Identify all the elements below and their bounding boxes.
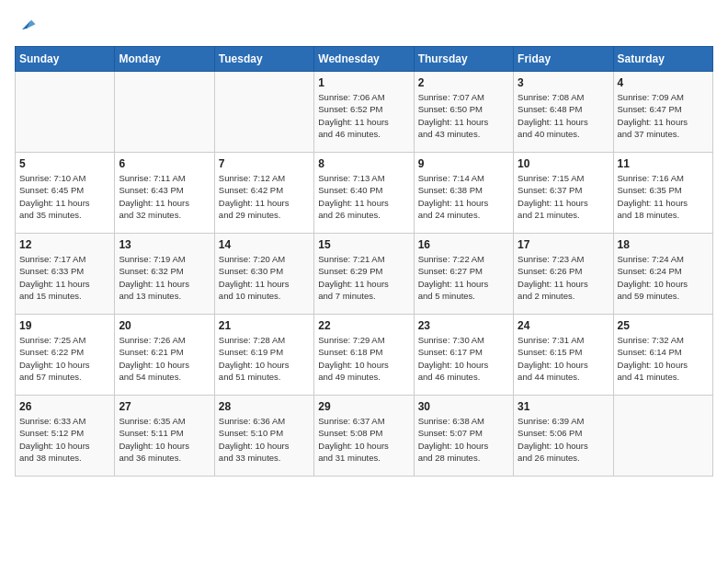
day-number: 6 <box>119 157 210 170</box>
calendar-cell: 11Sunrise: 7:16 AM Sunset: 6:35 PM Dayli… <box>613 153 712 234</box>
weekday-friday: Friday <box>514 47 613 72</box>
calendar-week-2: 5Sunrise: 7:10 AM Sunset: 6:45 PM Daylig… <box>16 153 713 234</box>
day-number: 27 <box>119 400 210 413</box>
day-info: Sunrise: 7:12 AM Sunset: 6:42 PM Dayligh… <box>219 172 310 221</box>
day-number: 9 <box>418 157 509 170</box>
day-number: 24 <box>518 319 609 332</box>
day-number: 3 <box>518 76 609 89</box>
day-info: Sunrise: 7:17 AM Sunset: 6:33 PM Dayligh… <box>19 253 110 302</box>
calendar-cell <box>613 396 712 477</box>
calendar-cell: 26Sunrise: 6:33 AM Sunset: 5:12 PM Dayli… <box>16 396 115 477</box>
calendar-cell: 3Sunrise: 7:08 AM Sunset: 6:48 PM Daylig… <box>514 72 613 153</box>
calendar-cell: 5Sunrise: 7:10 AM Sunset: 6:45 PM Daylig… <box>16 153 115 234</box>
day-number: 7 <box>219 157 310 170</box>
day-number: 21 <box>219 319 310 332</box>
day-info: Sunrise: 7:09 AM Sunset: 6:47 PM Dayligh… <box>618 91 709 140</box>
calendar-week-5: 26Sunrise: 6:33 AM Sunset: 5:12 PM Dayli… <box>16 396 713 477</box>
day-info: Sunrise: 7:26 AM Sunset: 6:21 PM Dayligh… <box>119 334 210 383</box>
day-number: 14 <box>219 238 310 251</box>
weekday-wednesday: Wednesday <box>314 47 414 72</box>
day-info: Sunrise: 7:19 AM Sunset: 6:32 PM Dayligh… <box>119 253 210 302</box>
day-number: 30 <box>418 400 509 413</box>
calendar-cell: 10Sunrise: 7:15 AM Sunset: 6:37 PM Dayli… <box>514 153 613 234</box>
weekday-thursday: Thursday <box>414 47 513 72</box>
day-number: 11 <box>618 157 709 170</box>
calendar-cell: 9Sunrise: 7:14 AM Sunset: 6:38 PM Daylig… <box>414 153 513 234</box>
day-info: Sunrise: 6:38 AM Sunset: 5:07 PM Dayligh… <box>418 415 509 464</box>
weekday-sunday: Sunday <box>16 47 115 72</box>
calendar-cell <box>214 72 313 153</box>
day-number: 13 <box>119 238 210 251</box>
day-info: Sunrise: 7:16 AM Sunset: 6:35 PM Dayligh… <box>618 172 709 221</box>
calendar-cell: 29Sunrise: 6:37 AM Sunset: 5:08 PM Dayli… <box>314 396 414 477</box>
day-info: Sunrise: 6:35 AM Sunset: 5:11 PM Dayligh… <box>119 415 210 464</box>
day-info: Sunrise: 7:08 AM Sunset: 6:48 PM Dayligh… <box>518 91 609 140</box>
day-info: Sunrise: 7:10 AM Sunset: 6:45 PM Dayligh… <box>19 172 110 221</box>
calendar-cell: 28Sunrise: 6:36 AM Sunset: 5:10 PM Dayli… <box>214 396 313 477</box>
day-info: Sunrise: 7:15 AM Sunset: 6:37 PM Dayligh… <box>518 172 609 221</box>
calendar-cell: 22Sunrise: 7:29 AM Sunset: 6:18 PM Dayli… <box>314 315 414 396</box>
calendar-cell: 4Sunrise: 7:09 AM Sunset: 6:47 PM Daylig… <box>613 72 712 153</box>
day-info: Sunrise: 7:31 AM Sunset: 6:15 PM Dayligh… <box>518 334 609 383</box>
weekday-tuesday: Tuesday <box>214 47 313 72</box>
day-number: 16 <box>418 238 509 251</box>
day-number: 18 <box>618 238 709 251</box>
logo <box>15 15 37 35</box>
calendar-cell: 6Sunrise: 7:11 AM Sunset: 6:43 PM Daylig… <box>115 153 214 234</box>
day-number: 8 <box>318 157 409 170</box>
day-info: Sunrise: 7:23 AM Sunset: 6:26 PM Dayligh… <box>518 253 609 302</box>
day-info: Sunrise: 7:20 AM Sunset: 6:30 PM Dayligh… <box>219 253 310 302</box>
day-number: 20 <box>119 319 210 332</box>
day-info: Sunrise: 7:06 AM Sunset: 6:52 PM Dayligh… <box>318 91 409 140</box>
day-info: Sunrise: 7:14 AM Sunset: 6:38 PM Dayligh… <box>418 172 509 221</box>
calendar-cell: 23Sunrise: 7:30 AM Sunset: 6:17 PM Dayli… <box>414 315 513 396</box>
weekday-header-row: SundayMondayTuesdayWednesdayThursdayFrid… <box>16 47 713 72</box>
day-number: 28 <box>219 400 310 413</box>
page-header <box>15 15 713 35</box>
day-number: 17 <box>518 238 609 251</box>
calendar-cell: 30Sunrise: 6:38 AM Sunset: 5:07 PM Dayli… <box>414 396 513 477</box>
weekday-monday: Monday <box>115 47 214 72</box>
day-info: Sunrise: 6:39 AM Sunset: 5:06 PM Dayligh… <box>518 415 609 464</box>
calendar-cell: 16Sunrise: 7:22 AM Sunset: 6:27 PM Dayli… <box>414 234 513 315</box>
day-info: Sunrise: 7:11 AM Sunset: 6:43 PM Dayligh… <box>119 172 210 221</box>
day-number: 2 <box>418 76 509 89</box>
day-info: Sunrise: 7:07 AM Sunset: 6:50 PM Dayligh… <box>418 91 509 140</box>
calendar-cell: 21Sunrise: 7:28 AM Sunset: 6:19 PM Dayli… <box>214 315 313 396</box>
day-number: 12 <box>19 238 110 251</box>
calendar-cell: 2Sunrise: 7:07 AM Sunset: 6:50 PM Daylig… <box>414 72 513 153</box>
calendar-cell: 7Sunrise: 7:12 AM Sunset: 6:42 PM Daylig… <box>214 153 313 234</box>
calendar-cell: 20Sunrise: 7:26 AM Sunset: 6:21 PM Dayli… <box>115 315 214 396</box>
day-info: Sunrise: 6:37 AM Sunset: 5:08 PM Dayligh… <box>318 415 409 464</box>
calendar-cell: 24Sunrise: 7:31 AM Sunset: 6:15 PM Dayli… <box>514 315 613 396</box>
logo-text <box>15 15 37 35</box>
day-number: 23 <box>418 319 509 332</box>
calendar-cell: 8Sunrise: 7:13 AM Sunset: 6:40 PM Daylig… <box>314 153 414 234</box>
calendar-cell: 12Sunrise: 7:17 AM Sunset: 6:33 PM Dayli… <box>16 234 115 315</box>
logo-icon <box>17 15 37 35</box>
day-number: 25 <box>618 319 709 332</box>
calendar-cell: 13Sunrise: 7:19 AM Sunset: 6:32 PM Dayli… <box>115 234 214 315</box>
calendar-cell: 31Sunrise: 6:39 AM Sunset: 5:06 PM Dayli… <box>514 396 613 477</box>
day-number: 22 <box>318 319 409 332</box>
day-number: 10 <box>518 157 609 170</box>
day-number: 5 <box>19 157 110 170</box>
day-info: Sunrise: 7:25 AM Sunset: 6:22 PM Dayligh… <box>19 334 110 383</box>
calendar-week-3: 12Sunrise: 7:17 AM Sunset: 6:33 PM Dayli… <box>16 234 713 315</box>
calendar-cell: 27Sunrise: 6:35 AM Sunset: 5:11 PM Dayli… <box>115 396 214 477</box>
calendar-cell <box>16 72 115 153</box>
day-number: 19 <box>19 319 110 332</box>
calendar-week-1: 1Sunrise: 7:06 AM Sunset: 6:52 PM Daylig… <box>16 72 713 153</box>
day-number: 26 <box>19 400 110 413</box>
day-info: Sunrise: 7:29 AM Sunset: 6:18 PM Dayligh… <box>318 334 409 383</box>
calendar-cell: 25Sunrise: 7:32 AM Sunset: 6:14 PM Dayli… <box>613 315 712 396</box>
day-info: Sunrise: 7:28 AM Sunset: 6:19 PM Dayligh… <box>219 334 310 383</box>
calendar-cell: 19Sunrise: 7:25 AM Sunset: 6:22 PM Dayli… <box>16 315 115 396</box>
calendar-cell: 1Sunrise: 7:06 AM Sunset: 6:52 PM Daylig… <box>314 72 414 153</box>
calendar-cell: 17Sunrise: 7:23 AM Sunset: 6:26 PM Dayli… <box>514 234 613 315</box>
calendar-cell: 15Sunrise: 7:21 AM Sunset: 6:29 PM Dayli… <box>314 234 414 315</box>
calendar-week-4: 19Sunrise: 7:25 AM Sunset: 6:22 PM Dayli… <box>16 315 713 396</box>
weekday-saturday: Saturday <box>613 47 712 72</box>
day-number: 29 <box>318 400 409 413</box>
day-info: Sunrise: 6:33 AM Sunset: 5:12 PM Dayligh… <box>19 415 110 464</box>
